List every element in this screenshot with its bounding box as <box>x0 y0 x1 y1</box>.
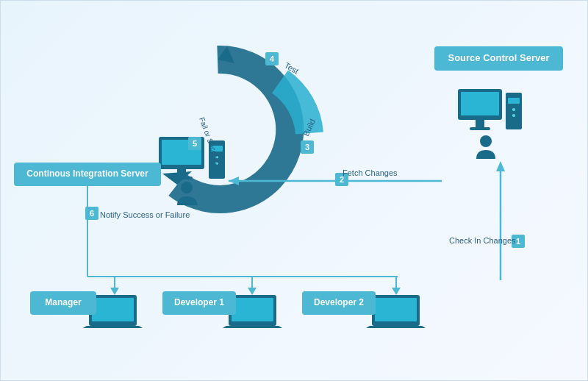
svg-rect-21 <box>92 298 134 321</box>
svg-text:6: 6 <box>90 209 94 218</box>
svg-rect-25 <box>375 298 417 321</box>
svg-point-18 <box>215 162 218 165</box>
svg-rect-11 <box>159 137 204 169</box>
svg-text:3: 3 <box>305 143 309 152</box>
svg-text:1: 1 <box>516 237 520 246</box>
svg-rect-46 <box>188 137 201 150</box>
svg-rect-42 <box>301 140 314 154</box>
svg-marker-33 <box>110 288 119 295</box>
svg-rect-16 <box>211 146 223 152</box>
source-control-box: Source Control Server <box>434 46 563 71</box>
svg-text:2: 2 <box>340 175 344 184</box>
svg-rect-13 <box>177 169 186 177</box>
ci-server-box: Continous Integration Server <box>14 163 161 186</box>
svg-rect-23 <box>232 298 273 321</box>
svg-text:5: 5 <box>193 139 197 148</box>
svg-point-10 <box>480 135 492 147</box>
manager-box: Manager <box>30 291 96 315</box>
svg-point-17 <box>215 156 218 159</box>
ci-server-icon <box>159 137 225 179</box>
svg-rect-38 <box>512 235 525 248</box>
svg-text:4: 4 <box>270 54 275 63</box>
ci-cycle-arrows <box>162 46 309 199</box>
svg-rect-5 <box>470 127 490 130</box>
svg-point-19 <box>181 182 193 193</box>
svg-rect-2 <box>458 89 502 120</box>
svg-marker-37 <box>392 288 401 295</box>
svg-text:Test: Test <box>283 60 300 75</box>
svg-text:Check In Changes: Check In Changes <box>449 236 516 245</box>
developer1-box: Developer 1 <box>162 291 236 315</box>
svg-rect-14 <box>171 177 193 179</box>
svg-rect-12 <box>162 140 201 165</box>
source-server-person <box>476 135 495 159</box>
svg-rect-6 <box>506 93 522 129</box>
svg-marker-35 <box>248 288 257 295</box>
developer2-box: Developer 2 <box>302 291 376 315</box>
svg-rect-15 <box>209 140 225 179</box>
diagram-container: 1 2 3 4 5 6 Check In Changes Fetch Chang… <box>0 0 588 381</box>
svg-rect-4 <box>476 120 484 127</box>
svg-rect-48 <box>85 207 98 220</box>
svg-rect-24 <box>372 295 420 326</box>
svg-rect-3 <box>461 92 499 115</box>
svg-rect-44 <box>265 52 279 65</box>
ci-server-person <box>177 182 198 205</box>
svg-marker-1 <box>218 46 234 63</box>
svg-marker-27 <box>496 161 505 171</box>
svg-marker-29 <box>229 177 239 185</box>
svg-point-9 <box>512 114 515 117</box>
source-server-icon <box>458 89 522 130</box>
svg-marker-0 <box>162 171 192 185</box>
svg-text:Notify Success or Failure: Notify Success or Failure <box>100 210 190 219</box>
svg-point-8 <box>512 108 515 111</box>
svg-text:Build: Build <box>301 118 317 138</box>
svg-text:Fetch Changes: Fetch Changes <box>343 168 398 177</box>
svg-text:Fail or Succeed: Fail or Succeed <box>198 116 223 167</box>
svg-rect-40 <box>335 173 348 186</box>
svg-rect-7 <box>508 98 520 104</box>
